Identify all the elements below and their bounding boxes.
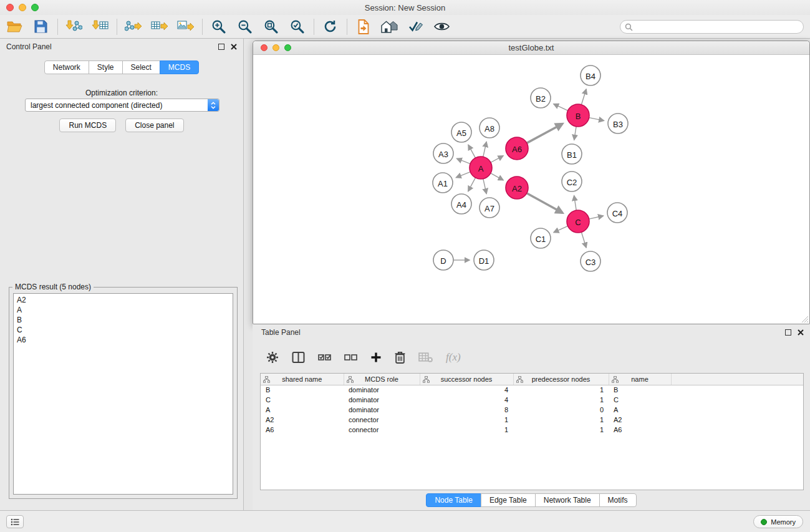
column-header-shared-name[interactable]: shared name — [261, 374, 344, 385]
table-row[interactable]: Adominator80A — [261, 405, 803, 415]
table-cell[interactable]: A2 — [261, 415, 344, 425]
mcds-result-item[interactable]: A — [17, 305, 229, 315]
node-D1[interactable]: D1 — [474, 250, 494, 270]
node-B1[interactable]: B1 — [562, 144, 582, 164]
table-cell[interactable]: 1 — [513, 425, 609, 435]
node-A8[interactable]: A8 — [480, 118, 499, 138]
edge-A-A6[interactable] — [491, 156, 503, 163]
zoom-selected-region-button[interactable] — [286, 17, 307, 36]
mcds-result-item[interactable]: C — [17, 325, 229, 335]
edge-A-A5[interactable] — [468, 145, 475, 158]
table-cell[interactable]: A — [261, 405, 344, 415]
export-image-button[interactable] — [175, 17, 196, 36]
edge-A-A8[interactable] — [483, 142, 486, 157]
edge-B-B3[interactable] — [589, 118, 604, 121]
table-cell[interactable]: dominator — [344, 385, 420, 395]
column-header-name[interactable]: name — [609, 374, 671, 385]
table-panel-tab-node-table[interactable]: Node Table — [426, 493, 481, 507]
mcds-result-list[interactable]: A2ABCA6 — [13, 293, 233, 495]
close-panel-button[interactable]: Close panel — [125, 118, 183, 132]
node-C4[interactable]: C4 — [607, 203, 627, 223]
edge-B-B1[interactable] — [574, 127, 576, 140]
delete-table-button[interactable] — [418, 352, 433, 363]
node-B3[interactable]: B3 — [608, 114, 628, 133]
table-cell[interactable]: 1 — [420, 425, 513, 435]
create-new-column-button[interactable] — [370, 352, 382, 363]
table-cell[interactable]: 4 — [420, 395, 513, 405]
table-cell[interactable]: connector — [344, 425, 420, 435]
control-panel-tab-network[interactable]: Network — [44, 60, 89, 74]
edge-A-A4[interactable] — [468, 178, 476, 191]
table-cell[interactable]: 8 — [420, 405, 513, 415]
table-cell[interactable]: dominator — [344, 405, 420, 415]
mcds-result-item[interactable]: B — [17, 315, 229, 325]
node-C1[interactable]: C1 — [531, 228, 551, 248]
node-A7[interactable]: A7 — [480, 198, 499, 218]
edge-A-A2[interactable] — [491, 173, 503, 180]
edge-A2-C[interactable] — [527, 193, 563, 213]
show-graphics-details-button[interactable] — [431, 17, 452, 36]
table-cell[interactable]: A6 — [609, 425, 671, 435]
edge-A6-B[interactable] — [527, 123, 563, 143]
table-panel-tab-motifs[interactable]: Motifs — [599, 493, 637, 507]
column-header-mcds-role[interactable]: MCDS role — [344, 374, 420, 385]
control-panel-tab-select[interactable]: Select — [122, 60, 160, 74]
table-row[interactable]: A2connector11A2 — [261, 415, 803, 425]
zoom-fit-content-button[interactable] — [260, 17, 281, 36]
column-header-predecessor-nodes[interactable]: predecessor nodes — [513, 374, 609, 385]
table-cell[interactable]: dominator — [344, 395, 420, 405]
unselect-all-columns-button[interactable] — [344, 352, 357, 363]
table-cell[interactable]: connector — [344, 415, 420, 425]
node-A5[interactable]: A5 — [451, 122, 471, 142]
table-cell[interactable]: A — [609, 405, 671, 415]
import-table-from-file-button[interactable] — [89, 17, 110, 36]
new-network-button[interactable] — [352, 17, 374, 36]
node-C2[interactable]: C2 — [562, 172, 582, 191]
node-C[interactable]: C — [567, 210, 589, 233]
close-panel-icon[interactable] — [231, 44, 237, 50]
node-A[interactable]: A — [470, 157, 492, 179]
close-panel-icon[interactable] — [798, 329, 804, 336]
node-B2[interactable]: B2 — [531, 88, 551, 108]
node-A1[interactable]: A1 — [433, 173, 453, 193]
export-table-button[interactable] — [148, 17, 170, 36]
node-D[interactable]: D — [433, 250, 453, 270]
import-network-from-file-button[interactable] — [63, 17, 84, 36]
table-cell[interactable]: A2 — [609, 415, 671, 425]
table-cell[interactable]: 0 — [513, 405, 609, 415]
table-panel-tab-edge-table[interactable]: Edge Table — [481, 493, 536, 507]
node-B4[interactable]: B4 — [581, 65, 600, 85]
float-panel-icon[interactable] — [785, 329, 791, 336]
table-row[interactable]: Bdominator41B — [261, 385, 803, 395]
table-cell[interactable]: B — [609, 385, 671, 395]
table-cell[interactable]: 1 — [513, 395, 609, 405]
delete-columns-button[interactable] — [395, 351, 405, 364]
select-all-columns-button[interactable] — [318, 352, 331, 363]
float-panel-icon[interactable] — [218, 44, 224, 50]
table-settings-button[interactable] — [266, 351, 279, 364]
edge-A-A1[interactable] — [456, 172, 470, 178]
edge-A-A3[interactable] — [457, 158, 471, 163]
table-cell[interactable]: A6 — [261, 425, 344, 435]
zoom-in-button[interactable] — [208, 17, 229, 36]
node-C3[interactable]: C3 — [581, 251, 600, 271]
edge-C-C3[interactable] — [581, 232, 586, 248]
node-B[interactable]: B — [567, 104, 589, 127]
network-graph[interactable]: B4 B2 B B3 A5 A8 A6 B1 A3 A C2 A1 A2 — [253, 55, 809, 324]
table-cell[interactable]: C — [261, 395, 344, 405]
save-session-button[interactable] — [30, 17, 51, 36]
memory-button[interactable]: Memory — [753, 515, 803, 528]
column-header-successor-nodes[interactable]: successor nodes — [420, 374, 513, 385]
open-session-button[interactable] — [4, 17, 25, 36]
edge-B-B2[interactable] — [554, 104, 568, 111]
export-network-button[interactable] — [122, 17, 143, 36]
edge-A-A7[interactable] — [483, 179, 486, 194]
split-columns-button[interactable] — [292, 352, 305, 363]
table-panel-tab-network-table[interactable]: Network Table — [535, 493, 600, 507]
edge-C-C1[interactable] — [554, 226, 568, 232]
control-panel-tab-style[interactable]: Style — [89, 60, 123, 74]
control-panel-tab-mcds[interactable]: MCDS — [160, 60, 199, 74]
apply-layout-button[interactable] — [319, 17, 340, 36]
edge-C-C4[interactable] — [589, 216, 604, 219]
table-row[interactable]: A6connector11A6 — [261, 425, 803, 435]
